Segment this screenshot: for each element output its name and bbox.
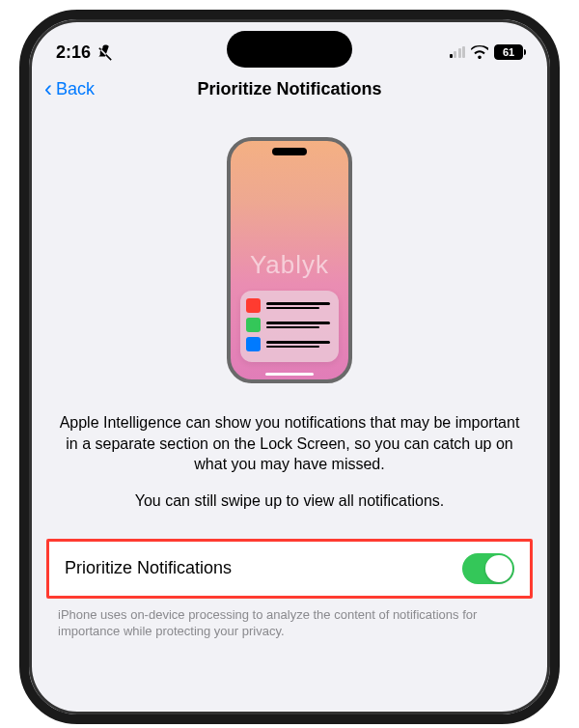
phone-illustration: Yablyk (227, 137, 352, 383)
wifi-icon (471, 45, 488, 59)
prioritize-toggle-row[interactable]: Prioritize Notifications (46, 539, 533, 599)
notif-text-lines (266, 341, 333, 348)
notif-row (246, 298, 333, 313)
app-icon-blue (246, 337, 261, 351)
app-icon-red (246, 298, 261, 313)
home-indicator-illustration (265, 373, 314, 376)
illustration-island (272, 148, 307, 155)
back-button[interactable]: ‹ Back (44, 77, 95, 100)
content-area: Yablyk (29, 110, 550, 640)
notif-text-lines (266, 322, 333, 328)
app-icon-green (246, 318, 261, 332)
back-label: Back (56, 79, 95, 99)
toggle-label: Prioritize Notifications (65, 558, 232, 578)
footer-description: iPhone uses on-device processing to anal… (54, 599, 525, 640)
notif-row (246, 318, 333, 332)
description-text-1: Apple Intelligence can show you notifica… (54, 412, 525, 475)
page-title: Prioritize Notifications (29, 79, 550, 99)
watermark-text: Yablyk (250, 250, 329, 280)
status-time: 2:16 (56, 42, 114, 63)
battery-icon: 61 (494, 44, 523, 60)
dynamic-island (227, 31, 352, 68)
notif-text-lines (266, 302, 333, 309)
phone-frame: 2:16 61 ‹ Back Prioritize Notifi (19, 10, 560, 724)
toggle-knob (485, 555, 512, 582)
silent-icon (96, 43, 114, 61)
notif-row (246, 337, 333, 351)
notification-card-illustration (240, 291, 339, 362)
time-label: 2:16 (56, 42, 91, 63)
battery-level: 61 (503, 46, 514, 58)
toggle-switch[interactable] (462, 553, 514, 584)
navigation-bar: ‹ Back Prioritize Notifications (29, 68, 550, 110)
description-text-2: You can still swipe up to view all notif… (54, 492, 525, 510)
cellular-icon (450, 46, 466, 58)
chevron-left-icon: ‹ (44, 77, 52, 100)
status-indicators: 61 (450, 44, 524, 60)
